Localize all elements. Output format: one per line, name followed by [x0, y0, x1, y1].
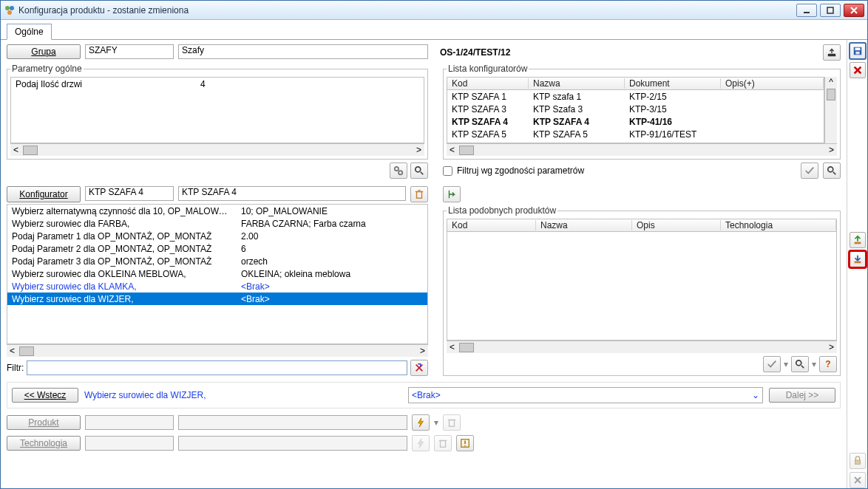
check-icon[interactable] — [801, 163, 818, 179]
trash-icon — [443, 414, 461, 431]
technology-button[interactable]: Technologia — [7, 436, 81, 451]
configurators-legend: Lista konfiguratorów — [447, 64, 529, 74]
document-code: OS-1/24/TEST/12 — [440, 47, 510, 58]
filter-label: Filtr: — [7, 363, 24, 373]
export-icon[interactable] — [823, 44, 841, 61]
clear-filter-icon[interactable] — [410, 360, 428, 376]
svg-rect-32 — [854, 261, 861, 264]
svg-point-12 — [828, 167, 833, 172]
config-row[interactable]: Podaj Parametr 2 dla OP_MONTAŻ, OP_MONTA… — [7, 242, 427, 255]
configurator-code-field[interactable]: KTP SZAFA 4 — [85, 186, 174, 201]
technology-name-field[interactable] — [178, 436, 407, 451]
upload-icon[interactable] — [850, 232, 866, 248]
tab-general[interactable]: Ogólne — [7, 24, 52, 40]
side-toolbar — [847, 40, 867, 488]
product-button[interactable]: Produkt — [7, 415, 81, 430]
close-button[interactable] — [844, 4, 864, 17]
titlebar: Konfiguracja produktu - zostanie zmienio… — [1, 1, 867, 20]
product-code-field[interactable] — [85, 415, 174, 430]
svg-point-2 — [7, 10, 12, 15]
gears-icon[interactable] — [390, 163, 407, 179]
svg-point-17 — [796, 360, 801, 366]
lightning-icon[interactable] — [412, 414, 430, 431]
svg-rect-21 — [441, 441, 446, 448]
svg-line-13 — [833, 172, 836, 175]
delete-icon[interactable] — [850, 62, 866, 78]
svg-rect-7 — [828, 54, 836, 57]
svg-rect-31 — [854, 242, 861, 244]
next-button[interactable]: Dalej >> — [769, 388, 835, 403]
svg-rect-4 — [827, 7, 833, 13]
config-hscroll[interactable]: <> — [7, 344, 428, 357]
general-params-legend: Parametry ogólne — [10, 64, 84, 74]
svg-rect-33 — [855, 460, 860, 464]
params-scrollbar[interactable]: < > — [10, 143, 424, 156]
wizard-prompt: Wybierz surowiec dla WIZJER, — [84, 390, 402, 400]
svg-rect-27 — [855, 48, 860, 51]
configurators-hscroll[interactable]: < > — [447, 143, 837, 156]
help-icon[interactable]: ? — [819, 356, 837, 372]
svg-rect-28 — [855, 52, 859, 55]
svg-point-1 — [10, 6, 14, 10]
download-icon[interactable] — [850, 251, 866, 267]
product-name-field[interactable] — [178, 415, 407, 430]
config-row[interactable]: Podaj Parametr 1 dla OP_MONTAŻ, OP_MONTA… — [7, 230, 427, 242]
group-button[interactable]: Grupa — [7, 44, 81, 59]
filter-match-checkbox[interactable] — [443, 166, 452, 176]
save-icon[interactable] — [850, 43, 866, 59]
wizard-value-combo[interactable]: <Brak> ⌄ — [408, 387, 763, 403]
config-row-selected[interactable]: Wybierz surowiec dla WIZJER,<Brak> — [7, 293, 427, 305]
similar-legend: Lista podobnych produktów — [447, 205, 557, 216]
chevron-down-icon: ⌄ — [752, 390, 759, 400]
trash-icon — [434, 435, 452, 451]
trash-icon[interactable] — [410, 186, 428, 202]
apply-icon[interactable] — [763, 356, 781, 372]
configurator-name-field[interactable]: KTP SZAFA 4 — [178, 186, 406, 201]
lock-icon[interactable] — [850, 453, 866, 469]
configurator-button[interactable]: Konfigurator — [7, 186, 81, 202]
svg-point-0 — [5, 6, 10, 10]
configurators-vscroll[interactable]: ^ — [824, 77, 837, 143]
back-button[interactable]: << Wstecz — [12, 388, 78, 403]
config-row[interactable]: Wybierz surowiec dla FARBA,FARBA CZARNA;… — [7, 217, 427, 230]
svg-line-18 — [801, 366, 804, 369]
svg-point-10 — [416, 167, 421, 172]
filter-input[interactable] — [27, 360, 407, 375]
config-row[interactable]: Wybierz surowiec dla OKLEINA MEBLOWA,OKL… — [7, 267, 427, 280]
lightning-icon — [412, 435, 430, 451]
svg-point-9 — [399, 171, 402, 174]
window-title: Konfiguracja produktu - zostanie zmienio… — [18, 5, 189, 16]
svg-line-11 — [421, 172, 424, 175]
similar-header: Kod Nazwa Opis Technologia — [447, 219, 836, 232]
configurator-row[interactable]: KTP SZAFA 5 KTP SZAFA 5 KTP-91/16/TEST — [447, 128, 824, 140]
go-icon[interactable] — [443, 186, 461, 202]
configurators-header: Kod Nazwa Dokument Opis(+) — [447, 78, 824, 90]
app-icon — [4, 4, 16, 16]
group-name-field[interactable]: Szafy — [178, 44, 428, 59]
search-icon[interactable] — [791, 356, 809, 372]
group-code-field[interactable]: SZAFY — [85, 44, 174, 59]
config-row[interactable]: Podaj Parametr 3 dla OP_MONTAŻ, OP_MONTA… — [7, 255, 427, 267]
warning-icon[interactable] — [456, 435, 474, 451]
filter-match-label: Filtruj wg zgodności parametrów — [457, 165, 584, 176]
configurator-row[interactable]: KTP SZAFA 3 KTP Szafa 3 KTP-3/15 — [447, 103, 824, 115]
svg-point-8 — [395, 167, 399, 171]
technology-code-field[interactable] — [85, 436, 174, 451]
svg-rect-19 — [450, 420, 455, 427]
similar-hscroll[interactable]: <> — [447, 341, 837, 353]
search-icon[interactable] — [823, 163, 841, 179]
param-row[interactable]: Podaj Ilość drzwi 4 — [11, 78, 424, 90]
search-icon[interactable] — [410, 163, 428, 179]
minimize-button[interactable] — [796, 4, 817, 17]
maximize-button[interactable] — [820, 4, 841, 17]
svg-point-25 — [464, 445, 466, 447]
tab-strip: Ogólne — [1, 21, 867, 39]
configurator-row[interactable]: KTP SZAFA 1 KTP szafa 1 KTP-2/15 — [447, 90, 824, 103]
svg-rect-14 — [417, 192, 422, 199]
config-row-link[interactable]: Wybierz surowiec dla KLAMKA,<Brak> — [7, 280, 427, 293]
configurator-row-selected[interactable]: KTP SZAFA 4 KTP SZAFA 4 KTP-41/16 — [447, 115, 824, 128]
close-side-icon[interactable] — [850, 472, 866, 488]
config-row[interactable]: Wybierz alternatywną czynność dla 10, OP… — [7, 205, 427, 217]
